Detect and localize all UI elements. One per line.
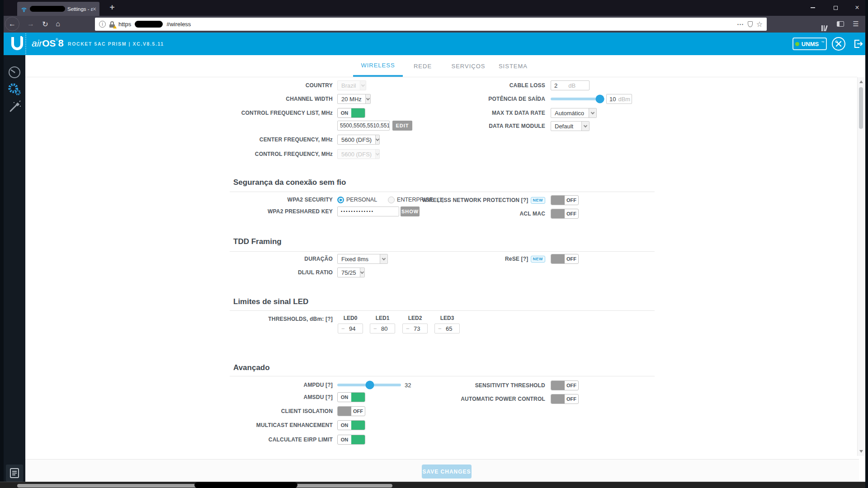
chevron-down-icon — [365, 94, 370, 103]
page-scrollbar[interactable] — [857, 77, 864, 456]
led3-threshold-input[interactable]: −65 — [434, 324, 460, 333]
back-button[interactable]: ← — [5, 17, 19, 31]
wpa2-preshared-key-row: WPA2 PRESHARED KEY ••••••••••••• SHOW — [63, 206, 420, 217]
acl-mac-row: ACL MAC OFF — [398, 209, 579, 219]
wifi-favicon-icon — [20, 5, 28, 13]
control-frequency-row: CONTROL FREQUENCY, MHz 5600 (DFS) — [63, 149, 380, 159]
redaction-blob — [135, 21, 163, 28]
automatic-power-control-toggle[interactable]: OFF — [551, 394, 579, 404]
max-tx-data-rate-select[interactable]: Automático — [551, 108, 597, 118]
enterprise-radio[interactable] — [388, 197, 395, 203]
menu-icon[interactable]: ☰ — [849, 17, 863, 31]
thresholds-label-row: THRESHOLDS, dBm: [?] — [63, 314, 333, 324]
multicast-enhancement-toggle[interactable]: ON — [337, 420, 365, 430]
center-frequency-row: CENTER FREQUENCY, MHz 5600 (DFS) — [63, 135, 380, 145]
sidebar-toggle-icon[interactable] — [834, 17, 847, 31]
frequency-list-input[interactable]: 5500,5505,5510,5515 — [337, 121, 390, 131]
bookmark-star-icon[interactable]: ☆ — [756, 20, 763, 28]
automatic-power-control-row: AUTOMATIC POWER CONTROL OFF — [398, 394, 579, 404]
redaction-blob — [194, 482, 297, 488]
dl-ul-ratio-select[interactable]: 75/25 — [337, 267, 365, 277]
window-close-button[interactable]: × — [848, 0, 866, 15]
center-frequency-select[interactable]: 5600 (DFS) — [337, 135, 380, 145]
home-button[interactable]: ⌂ — [51, 17, 65, 31]
url-fragment: #wireless — [166, 21, 191, 28]
cable-loss-input[interactable]: 2dB — [551, 80, 590, 90]
close-tab-icon[interactable]: × — [93, 6, 96, 12]
new-tab-button[interactable]: + — [107, 2, 118, 12]
settings-gears-icon[interactable] — [7, 82, 22, 97]
divider — [230, 192, 655, 192]
chevron-down-icon — [581, 122, 589, 131]
device-notes-icon[interactable] — [6, 465, 23, 482]
app-header: airOS®8 ROCKET 5AC PRISM | XC.V8.5.11 UN… — [4, 33, 865, 55]
duration-select[interactable]: Fixed 8ms — [337, 254, 388, 264]
frequency-list-row: 5500,5505,5510,5515 EDIT — [63, 121, 412, 131]
browser-tab[interactable]: Settings - ai × — [17, 2, 99, 16]
amsdu-toggle[interactable]: ON — [337, 392, 365, 402]
output-power-row: POTÊNCIA DE SAÍDA 10dBm — [398, 94, 632, 104]
wpa2-preshared-key-input[interactable]: ••••••••••••• — [337, 206, 399, 216]
led2-threshold-input[interactable]: −73 — [402, 324, 428, 333]
wireless-network-protection-row: WIRELESS NETWORK PROTECTION [?]NEW OFF — [398, 195, 579, 205]
tab-sistema[interactable]: SISTEMA — [488, 55, 538, 77]
chevron-down-icon — [360, 268, 364, 277]
wireless-network-protection-toggle[interactable]: OFF — [551, 195, 579, 205]
tab-rede[interactable]: REDE — [398, 55, 448, 77]
personal-radio[interactable] — [337, 197, 344, 203]
page-info-icon[interactable]: i — [99, 21, 106, 28]
tab-servicos[interactable]: SERVIÇOS — [443, 55, 493, 77]
duration-row: DURAÇÃO Fixed 8ms — [63, 254, 388, 264]
unms-button[interactable]: UNMS ™ — [793, 38, 827, 50]
output-power-slider[interactable] — [551, 98, 604, 100]
magic-wand-icon[interactable] — [7, 99, 22, 114]
ampdu-slider[interactable] — [337, 384, 401, 386]
channel-width-select[interactable]: 20 MHz — [337, 94, 371, 104]
rese-toggle[interactable]: OFF — [551, 254, 579, 264]
pocket-icon[interactable] — [748, 21, 753, 27]
data-rate-module-select[interactable]: Default — [551, 121, 590, 131]
desktop-edge-left — [0, 0, 4, 488]
amsdu-row: AMSDU [?] ON — [63, 392, 365, 402]
scroll-down-arrow-icon[interactable] — [859, 450, 863, 453]
insecure-lock-icon[interactable] — [109, 21, 115, 28]
cable-loss-row: CABLE LOSS 2dB — [398, 80, 590, 90]
new-badge: NEW — [531, 256, 546, 263]
data-rate-module-row: DATA RATE MODULE Default — [398, 121, 590, 131]
window-maximize-button[interactable] — [826, 0, 844, 15]
window-minimize-button[interactable] — [804, 0, 822, 15]
ampdu-slider-knob[interactable] — [365, 381, 374, 389]
country-row: COUNTRY Brazil — [63, 80, 366, 90]
divider — [230, 251, 655, 252]
page-actions-icon[interactable]: ⋯ — [737, 20, 744, 28]
chevron-down-icon — [589, 108, 596, 117]
output-power-slider-knob[interactable] — [596, 95, 604, 103]
control-frequency-list-toggle[interactable]: ON — [337, 108, 365, 118]
led0-threshold-input[interactable]: −94 — [338, 324, 363, 333]
logout-icon[interactable] — [853, 38, 863, 49]
dashboard-gauge-icon[interactable] — [7, 65, 22, 80]
control-frequency-list-row: CONTROL FREQUENCY LIST, MHz ON — [63, 108, 365, 118]
acl-mac-toggle[interactable]: OFF — [551, 209, 579, 219]
output-power-input[interactable]: 10dBm — [606, 94, 632, 104]
scroll-up-arrow-icon[interactable] — [859, 80, 863, 83]
sensitivity-threshold-toggle[interactable]: OFF — [551, 380, 579, 390]
library-icon[interactable] — [817, 17, 831, 31]
led1-threshold-input[interactable]: −80 — [370, 324, 395, 333]
tab-wireless[interactable]: WIRELESS — [353, 55, 403, 77]
screen-bottom-strip — [0, 482, 868, 488]
calculate-eirp-limit-toggle[interactable]: ON — [337, 435, 365, 445]
divider — [230, 310, 655, 311]
scrollbar-thumb[interactable] — [859, 87, 863, 129]
chevron-down-icon — [380, 254, 387, 263]
settings-nav: WIRELESS REDE SERVIÇOS SISTEMA — [25, 55, 857, 77]
tools-icon[interactable] — [832, 37, 845, 51]
max-tx-data-rate-row: MAX TX DATA RATE Automático — [398, 108, 597, 118]
client-isolation-toggle[interactable]: OFF — [337, 406, 365, 416]
url-bar[interactable]: i https #wireless ⋯ ☆ — [95, 18, 767, 31]
save-bar: SAVE CHANGES — [25, 459, 859, 482]
ampdu-row: AMPDU [?] 32 — [63, 380, 411, 390]
save-changes-button[interactable]: SAVE CHANGES — [422, 465, 472, 479]
calculate-eirp-limit-row: CALCULATE EIRP LIMIT ON — [63, 435, 365, 445]
forward-button[interactable]: → — [24, 17, 38, 31]
